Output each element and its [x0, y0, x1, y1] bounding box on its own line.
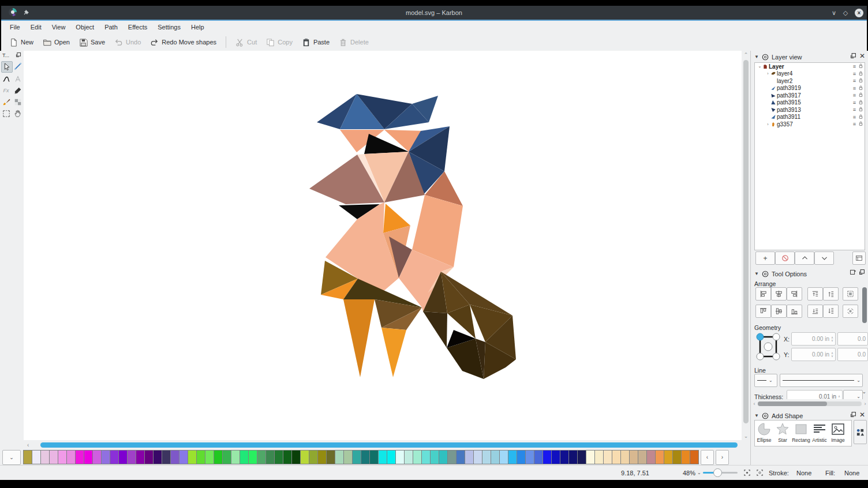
color-swatch[interactable] — [23, 450, 32, 464]
color-swatch[interactable] — [144, 450, 153, 464]
color-swatch[interactable] — [620, 450, 629, 464]
arrange-group-button[interactable] — [843, 287, 858, 301]
delete-layer-button[interactable] — [775, 251, 795, 265]
color-swatch[interactable] — [525, 450, 534, 464]
horizontal-scroll-thumb[interactable] — [40, 442, 738, 448]
canvas[interactable] — [24, 51, 742, 440]
color-swatch[interactable] — [612, 450, 620, 464]
color-swatch[interactable] — [75, 450, 84, 464]
layer-row-path3913[interactable]: path3913≡ — [755, 106, 865, 114]
gradient-tool[interactable] — [13, 74, 23, 84]
color-swatch[interactable] — [179, 450, 188, 464]
layer-row-path3917[interactable]: path3917≡ — [755, 92, 865, 99]
color-swatch[interactable] — [317, 450, 326, 464]
color-swatch[interactable] — [343, 450, 352, 464]
menu-effects[interactable]: Effects — [123, 22, 152, 32]
color-swatch[interactable] — [560, 450, 568, 464]
shape-star[interactable]: Star — [773, 421, 792, 446]
color-swatch[interactable] — [421, 450, 430, 464]
color-swatch[interactable] — [517, 450, 525, 464]
collapse-triangle-icon[interactable]: ▼ — [754, 54, 759, 59]
figure-polygon[interactable] — [343, 299, 375, 377]
color-swatch[interactable] — [110, 450, 118, 464]
color-swatch[interactable] — [196, 450, 205, 464]
color-swatch[interactable] — [456, 450, 465, 464]
lock-icon[interactable] — [858, 77, 863, 84]
layer-row-path3915[interactable]: path3915≡ — [755, 99, 865, 107]
color-swatch[interactable] — [508, 450, 517, 464]
properties-icon[interactable]: ≡ — [853, 114, 856, 120]
color-swatch[interactable] — [92, 450, 101, 464]
effects-tool[interactable]: Fx — [1, 85, 12, 96]
color-swatch[interactable] — [577, 450, 586, 464]
color-swatch[interactable] — [274, 450, 283, 464]
color-swatch[interactable] — [361, 450, 369, 464]
scroll-right-icon[interactable]: › — [862, 401, 868, 407]
zoom-slider-thumb[interactable] — [713, 468, 722, 477]
color-swatch[interactable] — [672, 450, 681, 464]
panel-scroll-thumb[interactable] — [862, 287, 867, 323]
color-swatch[interactable] — [690, 450, 699, 464]
color-swatch[interactable] — [482, 450, 491, 464]
line-cap-dropdown[interactable]: ⌄ — [754, 374, 777, 387]
new-view-icon[interactable] — [850, 269, 856, 276]
brush-tool[interactable] — [1, 97, 12, 107]
curve-tool[interactable] — [1, 74, 12, 84]
zoom-selection-icon[interactable] — [743, 466, 751, 480]
menu-settings[interactable]: Settings — [152, 22, 186, 32]
arrange-raise-button[interactable] — [823, 287, 839, 301]
layer-row-layer2[interactable]: layer2≡ — [755, 77, 865, 85]
color-swatch[interactable] — [369, 450, 378, 464]
lock-icon[interactable] — [858, 99, 863, 106]
color-swatch[interactable] — [534, 450, 542, 464]
layer-row-path3919[interactable]: path3919≡ — [755, 85, 865, 92]
color-swatch[interactable] — [136, 450, 144, 464]
float-panel-icon[interactable] — [850, 411, 856, 419]
color-swatch[interactable] — [188, 450, 196, 464]
properties-icon[interactable]: ≡ — [853, 63, 856, 69]
color-swatch[interactable] — [404, 450, 413, 464]
lock-icon[interactable] — [858, 85, 863, 92]
scroll-down-icon[interactable]: ⌄ — [742, 433, 750, 439]
layer-viewmode-button[interactable] — [852, 251, 866, 265]
scroll-left-icon[interactable]: ‹ — [27, 442, 29, 448]
lock-icon[interactable] — [858, 92, 863, 99]
properties-icon[interactable]: ≡ — [853, 85, 856, 91]
color-swatch[interactable] — [352, 450, 361, 464]
color-swatch[interactable] — [32, 450, 40, 464]
y-input[interactable]: 0.00 in∧∨ — [791, 348, 836, 361]
close-panel-icon[interactable]: ✕ — [859, 52, 865, 60]
color-swatch[interactable] — [499, 450, 508, 464]
color-swatch[interactable] — [568, 450, 577, 464]
layer-row-path3911[interactable]: path3911≡ — [755, 114, 865, 121]
float-panel-icon[interactable] — [859, 269, 865, 276]
toolbar-open-button[interactable]: Open — [38, 36, 74, 49]
color-swatch[interactable] — [551, 450, 560, 464]
x-input[interactable]: 0.00 in∧∨ — [791, 332, 836, 346]
pattern-tool[interactable] — [13, 97, 23, 107]
color-swatch[interactable] — [655, 450, 664, 464]
color-swatch[interactable] — [162, 450, 170, 464]
color-swatch[interactable] — [395, 450, 404, 464]
calligraphy-tool[interactable] — [13, 85, 23, 96]
color-swatch[interactable] — [283, 450, 291, 464]
line-tool[interactable] — [13, 61, 23, 72]
color-swatch[interactable] — [205, 450, 214, 464]
arrange-lower-button[interactable] — [823, 305, 839, 318]
shape-image[interactable]: Image — [829, 421, 847, 446]
lock-icon[interactable] — [858, 63, 863, 70]
horizontal-scrollbar[interactable]: ‹ — [24, 440, 750, 449]
color-swatch[interactable] — [231, 450, 240, 464]
expander-icon[interactable]: › — [765, 72, 770, 76]
vertical-scroll-thumb[interactable] — [743, 60, 749, 423]
panel-scroll-down-icon[interactable]: ⌄ — [862, 389, 866, 395]
layer-row-layer4[interactable]: ›layer4≡ — [755, 70, 865, 78]
color-swatch[interactable] — [248, 450, 257, 464]
menu-help[interactable]: Help — [186, 22, 209, 32]
raise-layer-button[interactable] — [795, 251, 814, 265]
color-swatch[interactable] — [222, 450, 231, 464]
color-swatch[interactable] — [413, 450, 421, 464]
color-swatch[interactable] — [40, 450, 49, 464]
color-swatch[interactable] — [430, 450, 439, 464]
menu-edit[interactable]: Edit — [25, 22, 47, 32]
